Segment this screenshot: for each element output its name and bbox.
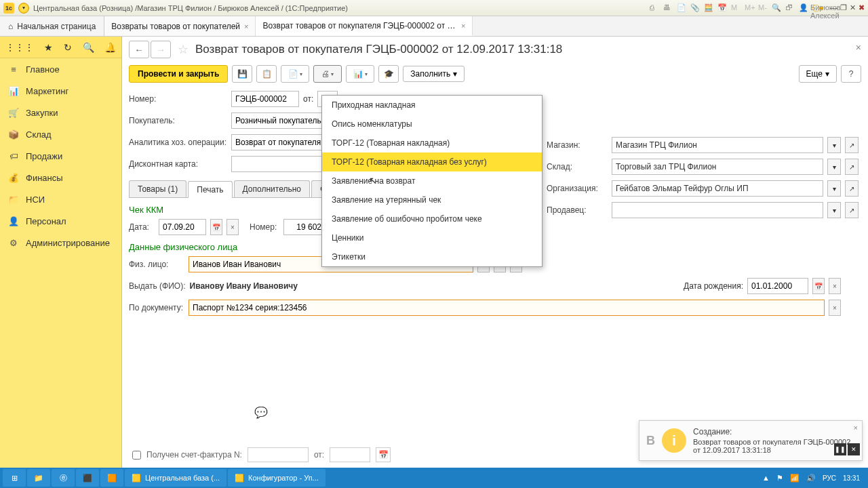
close-icon[interactable]: ✕ (848, 443, 860, 455)
minimize-icon[interactable]: — (830, 3, 837, 12)
search-icon[interactable]: 🔍 (83, 42, 94, 53)
taskbar-app2[interactable]: 🟧 (100, 469, 123, 487)
nav-nsi[interactable]: 📁НСИ (0, 188, 121, 210)
open-icon[interactable]: ↗ (845, 159, 859, 175)
pm-item-wrong[interactable]: Заявление об ошибочно пробитом чеке (322, 209, 542, 228)
m-icon[interactable]: M (731, 3, 741, 13)
open-icon[interactable]: ↗ (845, 202, 859, 218)
report-button[interactable]: 📊▾ (346, 65, 374, 83)
tray-flag-icon[interactable]: ⚑ (776, 474, 783, 483)
tab-return-doc[interactable]: Возврат товаров от покупателя ГЭЦБ-00000… (256, 16, 473, 36)
calendar-icon[interactable]: 📅 (210, 219, 222, 235)
dropdown-icon[interactable]: ▾ (827, 137, 841, 153)
taskbar-app[interactable]: ⬛ (76, 469, 99, 487)
taskbar-ie[interactable]: ⓔ (52, 469, 75, 487)
shop-input[interactable]: Магазин ТРЦ Филион (612, 137, 823, 153)
pm-item-torg12[interactable]: ТОРГ-12 (Товарная накладная) (322, 134, 542, 152)
taskbar-configurator[interactable]: 🟨Конфигуратор - Уп... (228, 469, 326, 487)
start-button[interactable]: ⊞ (3, 469, 26, 487)
doc-icon[interactable]: 📄 (677, 3, 686, 13)
nav-admin[interactable]: ⚙Администрирование (0, 232, 121, 253)
print-dropdown-button[interactable]: 🖨▾ (313, 65, 342, 83)
org-input[interactable]: Гейбатов Эльмар Тейфур Оглы ИП (612, 180, 823, 197)
nav-purchase[interactable]: 🛒Закупки (0, 102, 121, 123)
seller-input[interactable] (612, 202, 823, 218)
calc-icon[interactable]: 🧮 (704, 3, 713, 13)
restore-icon[interactable]: ❐ (840, 3, 847, 12)
overlay-close-icon[interactable]: ✖ (859, 3, 865, 12)
print-icon[interactable]: ⎙ (650, 3, 659, 13)
tray-vol-icon[interactable]: 🔊 (806, 474, 816, 483)
nav-warehouse[interactable]: 📦Склад (0, 123, 121, 145)
tab-close-icon[interactable]: × (461, 22, 465, 30)
pm-item-price[interactable]: Ценники (322, 228, 542, 247)
favorite-icon[interactable]: ☆ (178, 42, 189, 57)
clear-icon[interactable]: × (226, 219, 239, 235)
tray-time[interactable]: 13:31 (843, 474, 860, 482)
pm-item-opis[interactable]: Опись номенклатуры (322, 115, 542, 134)
pm-item-prihod[interactable]: Приходная накладная (322, 96, 542, 115)
star-icon[interactable]: ★ (44, 42, 53, 53)
invoice-date-input[interactable] (330, 447, 370, 462)
bell-icon[interactable]: 🔔 (104, 42, 116, 53)
message-icon[interactable]: 💬 (254, 406, 268, 419)
history-icon[interactable]: ↻ (64, 42, 72, 53)
dropdown-icon[interactable]: ▾ (827, 159, 841, 175)
taskbar-explorer[interactable]: 📁 (27, 469, 50, 487)
info-icon[interactable]: ⓘ▾ (812, 3, 822, 13)
create-based-button[interactable]: 📄▾ (281, 65, 309, 83)
kkm-date-input[interactable] (159, 219, 206, 235)
m-minus-icon[interactable]: M- (758, 3, 768, 13)
calendar-icon[interactable]: 📅 (812, 278, 825, 294)
nav-back-button[interactable]: ← (129, 41, 149, 58)
link-icon[interactable]: 🗗 (785, 3, 795, 13)
tray-net-icon[interactable]: 📶 (790, 474, 800, 483)
m-plus-icon[interactable]: M+ (745, 3, 754, 13)
pm-item-torg12-nouslug[interactable]: ТОРГ-12 (Товарная накладная без услуг) (322, 152, 542, 171)
pm-item-labels[interactable]: Этикетки (322, 247, 542, 266)
nav-sales[interactable]: 🏷Продажи (0, 145, 121, 167)
clip-icon[interactable]: 📎 (690, 3, 700, 13)
subtab-print[interactable]: Печать (188, 181, 232, 198)
dropdown-icon[interactable]: ▾ (827, 202, 841, 218)
tray-up-icon[interactable]: ▲ (762, 474, 770, 482)
subtab-extra[interactable]: Дополнительно (234, 180, 310, 197)
user-label[interactable]: 👤 Бирюков Алексей (799, 3, 808, 13)
sklad-input[interactable]: Торговый зал ТРЦ Филион (612, 159, 823, 175)
nav-finance[interactable]: 💰Финансы (0, 167, 121, 188)
bank-button[interactable]: 🎓 (378, 65, 399, 83)
apps-icon[interactable]: ⋮⋮⋮ (5, 42, 34, 53)
notif-close-icon[interactable]: × (854, 424, 858, 432)
close-doc-icon[interactable]: × (856, 42, 861, 53)
tab-home[interactable]: ⌂ Начальная страница (0, 16, 104, 36)
close-window-icon[interactable]: ✕ (850, 3, 856, 12)
subtab-goods[interactable]: Товары (1) (129, 180, 186, 197)
nav-main[interactable]: ≡Главное (0, 58, 121, 80)
tab-close-icon[interactable]: × (244, 22, 248, 30)
taskbar-1c-base[interactable]: 🟨Центральная база (... (125, 469, 226, 487)
pm-item-lost[interactable]: Заявление на утерянный чек (322, 190, 542, 209)
nav-personnel[interactable]: 👤Персонал (0, 210, 121, 232)
post-button[interactable]: 📋 (256, 65, 277, 83)
open-icon[interactable]: ↗ (845, 137, 859, 153)
invoice-checkbox[interactable] (132, 451, 141, 460)
open-icon[interactable]: ↗ (845, 180, 859, 197)
tab-returns-list[interactable]: Возвраты товаров от покупателей × (104, 16, 256, 36)
fill-button[interactable]: Заполнить▾ (403, 66, 465, 82)
search-icon[interactable]: 🔍 (772, 3, 781, 13)
post-and-close-button[interactable]: Провести и закрыть (129, 65, 228, 83)
docby-input[interactable] (189, 300, 825, 316)
dropdown-icon[interactable]: ▾ (827, 180, 841, 197)
invoice-number-input[interactable] (248, 447, 309, 462)
calendar-icon[interactable]: 📅 (376, 447, 391, 462)
tray-lang[interactable]: РУС (823, 474, 836, 482)
kkm-num-input[interactable] (283, 219, 326, 235)
clear-icon[interactable]: × (829, 278, 841, 294)
nav-marketing[interactable]: 📊Маркетинг (0, 80, 121, 102)
pm-item-return[interactable]: Заявление на возврат (322, 171, 542, 190)
calendar-icon[interactable]: 📅 (717, 3, 727, 13)
help-button[interactable]: ? (841, 65, 861, 83)
number-input[interactable] (231, 91, 299, 107)
save-icon[interactable]: 🖶 (663, 3, 673, 13)
dropdown-icon[interactable]: ▾ (18, 3, 29, 14)
